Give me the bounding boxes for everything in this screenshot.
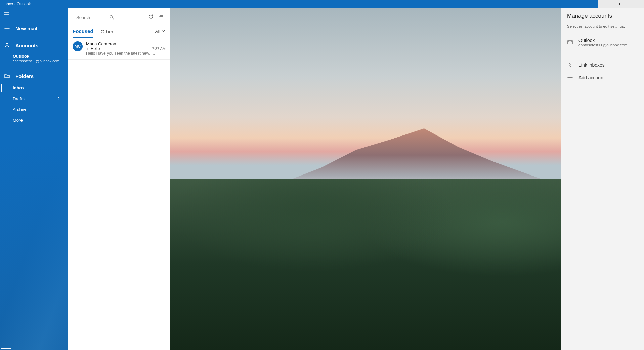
sidebar-bottom-bar	[0, 337, 68, 350]
tab-other[interactable]: Other	[101, 29, 114, 38]
message-list-pane: Search Focused Other All MC Maria Camero…	[68, 8, 170, 350]
search-icon	[109, 15, 142, 21]
svg-point-1	[6, 43, 8, 45]
folder-drafts[interactable]: Drafts 2	[0, 93, 68, 104]
filter-label: All	[155, 29, 160, 34]
accounts-section-header[interactable]: Accounts	[0, 39, 68, 52]
folders-label: Folders	[15, 73, 34, 79]
window-controls	[598, 0, 644, 8]
plus-icon	[567, 75, 573, 81]
link-inboxes-label: Link inboxes	[578, 62, 605, 68]
manage-accounts-title: Manage accounts	[561, 13, 644, 24]
account-entry-name: Outlook	[578, 38, 627, 43]
message-time: 7:37 AM	[152, 47, 166, 51]
folder-archive-label: Archive	[13, 107, 27, 112]
selection-mode-button[interactable]	[158, 13, 166, 22]
people-app-button[interactable]	[27, 338, 37, 349]
folder-icon	[4, 73, 10, 79]
person-icon	[4, 42, 10, 48]
account-entry-email: contosotest11@outlook.com	[578, 43, 627, 47]
tab-focused[interactable]: Focused	[73, 28, 93, 38]
new-mail-button[interactable]: New mail	[0, 21, 68, 36]
folder-drafts-label: Drafts	[13, 96, 25, 101]
manage-accounts-hint: Select an account to edit settings.	[561, 24, 644, 34]
folders-section-header[interactable]: Folders	[0, 70, 68, 82]
chevron-down-icon	[162, 29, 165, 34]
sidebar: New mail Accounts Outlook contosotest11@…	[0, 8, 68, 350]
title-bar: Inbox - Outlook	[0, 0, 644, 8]
hamburger-icon	[3, 11, 9, 17]
search-placeholder: Search	[76, 15, 109, 20]
accounts-label: Accounts	[15, 43, 38, 48]
folder-archive[interactable]: Archive	[0, 104, 68, 115]
new-mail-label: New mail	[15, 26, 37, 31]
message-sender: Maria Cameron	[86, 41, 166, 46]
window-title: Inbox - Outlook	[0, 2, 31, 6]
minimize-button[interactable]	[598, 0, 613, 8]
folder-more-label: More	[13, 118, 23, 123]
plus-icon	[4, 25, 10, 31]
svg-rect-0	[620, 3, 622, 5]
svg-point-2	[110, 15, 113, 18]
folder-inbox-label: Inbox	[13, 85, 25, 90]
folder-drafts-count: 2	[57, 96, 60, 101]
sidebar-account-name: Outlook	[13, 54, 64, 59]
message-item[interactable]: MC Maria Cameron Hello 7:37 AM Hello Hav…	[68, 38, 170, 60]
mail-app-button[interactable]	[1, 338, 11, 349]
close-button[interactable]	[629, 0, 644, 8]
search-input[interactable]: Search	[73, 13, 144, 22]
chevron-right-icon	[86, 47, 89, 50]
select-icon	[159, 14, 164, 21]
account-entry[interactable]: Outlook contosotest11@outlook.com	[561, 34, 644, 50]
calendar-app-button[interactable]	[14, 338, 24, 349]
message-subject: Hello	[91, 46, 152, 51]
filter-dropdown[interactable]: All	[155, 29, 165, 37]
mail-icon	[567, 39, 573, 45]
hamburger-button[interactable]	[0, 8, 68, 21]
folder-more[interactable]: More	[0, 115, 68, 125]
sidebar-account[interactable]: Outlook contosotest11@outlook.com	[0, 52, 68, 65]
sync-button[interactable]	[147, 13, 155, 22]
sidebar-account-email: contosotest11@outlook.com	[13, 59, 64, 63]
add-account-label: Add account	[578, 75, 605, 80]
settings-button[interactable]	[55, 338, 65, 349]
avatar: MC	[73, 41, 83, 51]
todo-app-button[interactable]	[40, 338, 50, 349]
refresh-icon	[148, 14, 154, 21]
add-account-button[interactable]: Add account	[561, 71, 644, 84]
manage-accounts-panel: Manage accounts Select an account to edi…	[561, 8, 644, 350]
message-preview: Hello Have you seen the latest new, …	[86, 51, 166, 56]
folder-inbox[interactable]: Inbox	[0, 82, 68, 93]
link-inboxes-button[interactable]: Link inboxes	[561, 59, 644, 71]
maximize-button[interactable]	[613, 0, 629, 8]
link-icon	[567, 62, 573, 68]
